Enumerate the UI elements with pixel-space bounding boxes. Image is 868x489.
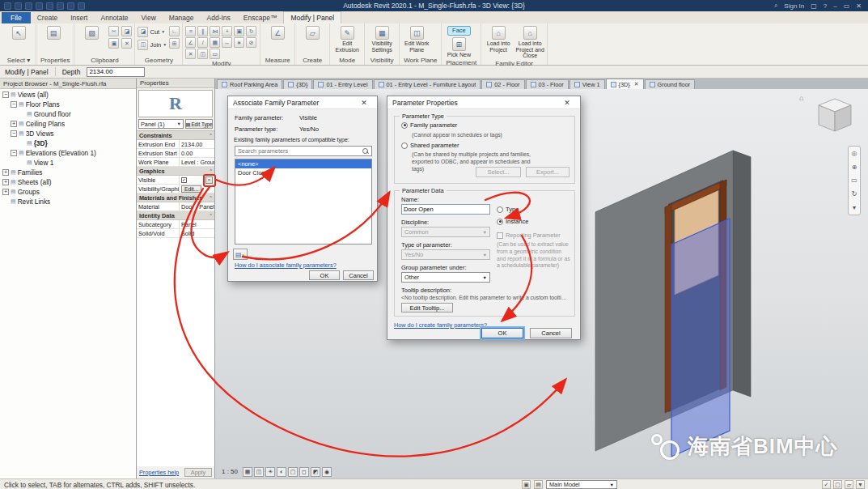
load-into-project-button[interactable]: ⌂Load into Project: [484, 26, 513, 53]
dialog-title-bar[interactable]: Associate Family Parameter ✕: [228, 96, 377, 109]
measure-icon[interactable]: [57, 2, 64, 10]
paste-icon[interactable]: ▨: [77, 26, 106, 40]
ribbon-tab-add-ins[interactable]: Add-Ins: [201, 12, 237, 23]
browser-item-revit-links[interactable]: ▤Revit Links: [0, 197, 136, 206]
delete-icon[interactable]: ✕: [121, 38, 132, 49]
expand-icon[interactable]: +: [2, 169, 9, 176]
name-input[interactable]: [401, 204, 490, 215]
reveal-hidden-icon[interactable]: ◉: [322, 467, 332, 477]
ribbon-tab-annotate[interactable]: Annotate: [94, 12, 134, 23]
panel-label-visibility[interactable]: Visibility: [367, 56, 396, 65]
close-icon[interactable]: ✕: [559, 99, 575, 107]
delete-modify-icon[interactable]: ✕: [185, 49, 196, 59]
close-icon[interactable]: ✕: [634, 81, 639, 87]
apply-button[interactable]: Apply: [184, 468, 212, 477]
print-icon[interactable]: [46, 2, 53, 10]
browser-item-views-all[interactable]: −▤Views (all): [0, 90, 136, 100]
browser-item-elevations-elevation-1[interactable]: −▤Elevations (Elevation 1): [0, 148, 136, 158]
panel-label-clipboard[interactable]: Clipboard: [77, 56, 132, 65]
browser-item-groups[interactable]: +▤Groups: [0, 187, 136, 197]
maximize-icon[interactable]: ▭: [844, 2, 850, 10]
cancel-button[interactable]: Cancel: [343, 270, 374, 280]
panel-label-mode[interactable]: Mode: [332, 56, 362, 65]
edit-type-button[interactable]: ▤Edit Type: [185, 119, 213, 129]
load-into-project-and-close-button[interactable]: ⌂Load into Project and Close: [515, 26, 544, 59]
worksets-icon[interactable]: ▤: [534, 480, 543, 489]
panel-label-select[interactable]: Select ▾: [4, 56, 33, 65]
family-parameter-radio[interactable]: Family parameter: [401, 121, 457, 129]
design-options-icon[interactable]: ▣: [522, 480, 531, 489]
collapse-icon[interactable]: −: [11, 101, 17, 108]
properties-icon[interactable]: ▤: [39, 26, 68, 40]
face-placement-chip[interactable]: Face: [447, 26, 471, 36]
browser-item-3d-views[interactable]: −▤3D Views: [0, 129, 136, 138]
browser-item-ground-floor[interactable]: ▤Ground floor: [0, 109, 136, 119]
browser-item-3d[interactable]: ▤{3D}: [0, 138, 136, 148]
open-icon[interactable]: [4, 2, 11, 10]
wall-joins-icon[interactable]: ⊞: [169, 38, 180, 49]
minimize-icon[interactable]: –: [833, 2, 836, 10]
tag-icon[interactable]: [67, 2, 74, 10]
create-group-icon[interactable]: ▱: [298, 26, 327, 40]
expand-icon[interactable]: +: [2, 179, 9, 185]
property-group-constraints[interactable]: Constraints^: [137, 131, 214, 140]
detail-level-icon[interactable]: ▦: [243, 467, 252, 477]
view-tab-3d[interactable]: {3D}: [283, 79, 312, 89]
browser-item-view-1[interactable]: ▤View 1: [0, 158, 136, 168]
crop-view-icon[interactable]: ▢: [288, 467, 298, 477]
cut-icon[interactable]: ✂: [108, 26, 119, 36]
cancel-button[interactable]: Cancel: [530, 328, 572, 338]
view-tab-view-1[interactable]: View 1: [569, 79, 605, 89]
move-icon[interactable]: +: [222, 26, 232, 36]
type-of-parameter-select[interactable]: Yes/No▼: [401, 249, 490, 260]
split-icon[interactable]: /: [197, 37, 208, 48]
browser-item-families[interactable]: +▤Families: [0, 168, 136, 177]
collapse-chevron-icon[interactable]: ^: [210, 133, 212, 138]
redo-icon[interactable]: [36, 2, 43, 10]
parameter-search-box[interactable]: [235, 146, 372, 156]
panel-label-create[interactable]: Create: [298, 56, 327, 65]
ribbon-tab-file[interactable]: File: [2, 12, 31, 23]
search-input[interactable]: [235, 147, 362, 155]
mirror-icon[interactable]: ⋈: [210, 26, 220, 36]
select-button[interactable]: Select...: [476, 167, 521, 177]
measure-icon[interactable]: ∠: [263, 26, 292, 40]
parameter-list-item-door-closed[interactable]: Door Closed: [235, 168, 371, 177]
discipline-select[interactable]: Common▼: [401, 227, 490, 237]
view-tab-ground-floor[interactable]: Ground floor: [645, 79, 696, 89]
property-group-materials-and-finishes[interactable]: Materials and Finishes^: [137, 193, 214, 202]
sun-path-icon[interactable]: ☀: [265, 467, 275, 477]
join-modify-icon[interactable]: ◫: [197, 49, 208, 59]
orbit-icon[interactable]: ↻: [852, 190, 857, 198]
scale-icon[interactable]: ↔: [222, 37, 232, 48]
cut-dropdown[interactable]: ◪Cut▼: [138, 26, 167, 37]
join-dropdown[interactable]: ◫Join▼: [138, 39, 167, 50]
properties-help-link[interactable]: Properties help: [139, 469, 179, 476]
collapse-icon[interactable]: −: [11, 150, 17, 156]
viewcube[interactable]: [807, 92, 859, 139]
browser-item-sheets-all[interactable]: +▤Sheets (all): [0, 177, 136, 187]
properties-title[interactable]: Properties: [137, 79, 214, 88]
ribbon-tab-view[interactable]: View: [135, 12, 163, 23]
pick-new-button[interactable]: ⊞Pick New: [444, 37, 473, 58]
collapse-chevron-icon[interactable]: ^: [210, 213, 212, 218]
sign-in-button[interactable]: Sign In: [784, 2, 804, 10]
ok-button[interactable]: OK: [481, 328, 523, 338]
expand-icon[interactable]: +: [2, 189, 9, 195]
browser-item-floor-plans[interactable]: −▤Floor Plans: [0, 100, 136, 109]
pan-icon[interactable]: ▭: [851, 176, 857, 184]
viewcube-home-icon[interactable]: ⌂: [799, 94, 803, 102]
view-tab-01-entry-level[interactable]: 01 - Entry Level: [313, 79, 372, 89]
undo-icon[interactable]: [25, 2, 32, 10]
ribbon-tab-create[interactable]: Create: [31, 12, 65, 23]
help-icon[interactable]: ?: [824, 2, 827, 10]
cope-icon[interactable]: ∟: [169, 26, 180, 36]
property-group-identity-data[interactable]: Identity Data^: [137, 211, 214, 220]
visibility-settings-button[interactable]: ▦Visibility Settings: [367, 26, 396, 53]
type-radio[interactable]: Type: [497, 206, 519, 213]
dropdown-icon[interactable]: [78, 2, 85, 10]
depth-input[interactable]: [87, 67, 145, 77]
collapse-icon[interactable]: −: [2, 91, 9, 98]
temporary-hide-icon[interactable]: ◩: [311, 467, 320, 477]
ribbon-tab-enscape[interactable]: Enscape™: [237, 12, 284, 23]
